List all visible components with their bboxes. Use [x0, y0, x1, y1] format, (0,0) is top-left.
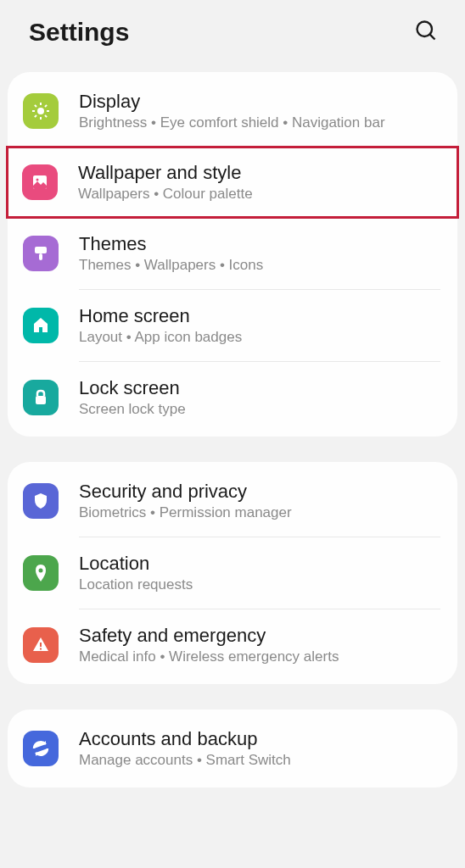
warning-icon — [23, 627, 59, 663]
settings-item-wallpaper[interactable]: Wallpaper and style Wallpapers • Colour … — [7, 147, 458, 218]
page-title: Settings — [29, 18, 129, 47]
item-title: Home screen — [79, 305, 440, 327]
picture-icon — [22, 164, 58, 200]
svg-line-10 — [45, 105, 47, 107]
header: Settings — [0, 0, 465, 72]
svg-rect-14 — [39, 253, 42, 260]
svg-line-8 — [45, 115, 47, 117]
svg-rect-18 — [40, 648, 42, 650]
item-text: Display Brightness • Eye comfort shield … — [79, 91, 440, 131]
settings-item-themes[interactable]: Themes Themes • Wallpapers • Icons — [8, 218, 457, 289]
sun-icon — [23, 93, 59, 129]
item-text: Accounts and backup Manage accounts • Sm… — [79, 728, 440, 769]
sync-icon — [23, 731, 59, 766]
item-title: Safety and emergency — [79, 625, 440, 647]
item-subtitle: Manage accounts • Smart Switch — [79, 752, 440, 769]
item-text: Lock screen Screen lock type — [79, 377, 440, 418]
settings-item-security[interactable]: Security and privacy Biometrics • Permis… — [8, 465, 457, 537]
svg-line-9 — [35, 115, 36, 117]
item-title: Accounts and backup — [79, 728, 440, 750]
settings-item-lock-screen[interactable]: Lock screen Screen lock type — [8, 362, 457, 433]
svg-point-0 — [417, 22, 433, 37]
item-text: Themes Themes • Wallpapers • Icons — [79, 233, 440, 274]
item-title: Location — [79, 553, 440, 575]
item-text: Location Location requests — [79, 553, 440, 593]
item-subtitle: Screen lock type — [79, 401, 440, 418]
item-subtitle: Wallpapers • Colour palette — [78, 186, 441, 203]
settings-item-location[interactable]: Location Location requests — [8, 537, 457, 609]
item-subtitle: Brightness • Eye comfort shield • Naviga… — [79, 114, 440, 131]
item-subtitle: Location requests — [79, 576, 440, 593]
item-subtitle: Layout • App icon badges — [79, 329, 440, 346]
settings-card: Security and privacy Biometrics • Permis… — [8, 462, 457, 684]
svg-point-12 — [36, 179, 39, 181]
settings-item-safety[interactable]: Safety and emergency Medical info • Wire… — [8, 609, 457, 681]
search-button[interactable] — [411, 15, 441, 48]
item-title: Lock screen — [79, 377, 440, 399]
search-icon — [414, 19, 438, 42]
home-icon — [23, 308, 59, 343]
svg-line-1 — [430, 35, 435, 40]
item-title: Security and privacy — [79, 481, 440, 503]
item-title: Display — [79, 91, 440, 113]
item-text: Security and privacy Biometrics • Permis… — [79, 481, 440, 521]
item-text: Home screen Layout • App icon badges — [79, 305, 440, 346]
svg-point-2 — [37, 108, 44, 114]
item-subtitle: Medical info • Wireless emergency alerts — [79, 648, 440, 665]
item-subtitle: Themes • Wallpapers • Icons — [79, 257, 440, 274]
settings-item-accounts[interactable]: Accounts and backup Manage accounts • Sm… — [8, 713, 457, 784]
pin-icon — [23, 555, 59, 591]
item-text: Safety and emergency Medical info • Wire… — [79, 625, 440, 665]
svg-rect-17 — [40, 643, 42, 647]
svg-line-7 — [35, 105, 36, 107]
svg-rect-15 — [36, 396, 46, 404]
settings-card: Display Brightness • Eye comfort shield … — [8, 72, 457, 437]
item-title: Wallpaper and style — [78, 162, 441, 184]
settings-item-display[interactable]: Display Brightness • Eye comfort shield … — [8, 75, 457, 147]
lock-icon — [23, 380, 59, 415]
settings-card: Accounts and backup Manage accounts • Sm… — [8, 709, 457, 787]
brush-icon — [23, 236, 59, 271]
svg-rect-13 — [35, 247, 47, 253]
item-title: Themes — [79, 233, 440, 255]
item-subtitle: Biometrics • Permission manager — [79, 504, 440, 521]
shield-icon — [23, 483, 59, 519]
settings-item-home-screen[interactable]: Home screen Layout • App icon badges — [8, 290, 457, 361]
item-text: Wallpaper and style Wallpapers • Colour … — [78, 162, 441, 203]
svg-point-16 — [39, 569, 43, 573]
